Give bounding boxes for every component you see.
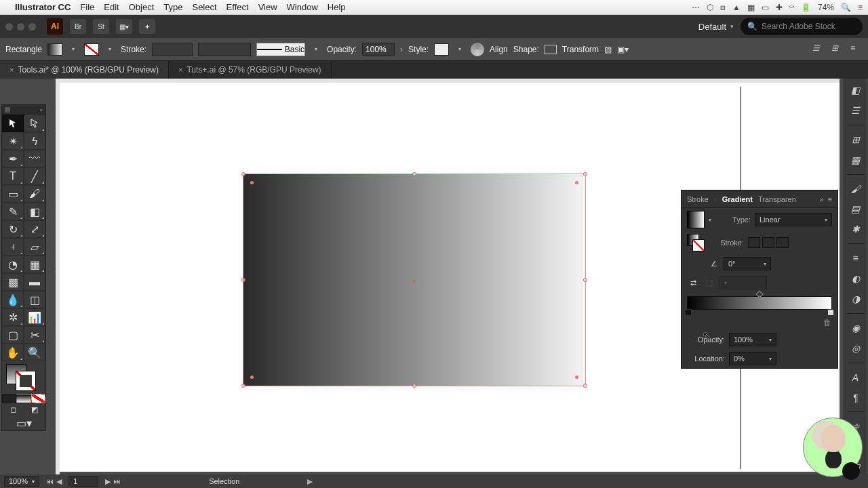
fill-dropdown[interactable]: ▾ — [68, 46, 79, 52]
perspective-tool[interactable]: ▦ — [24, 256, 45, 273]
resize-handle[interactable] — [412, 384, 416, 388]
transparency-icon[interactable]: ◑ — [848, 291, 863, 306]
gradient-angle-input[interactable]: 0° — [724, 257, 771, 270]
gradient-preview[interactable] — [687, 211, 705, 228]
dropbox-icon[interactable]: ⧈ — [720, 3, 726, 12]
symbol-sprayer-tool[interactable]: ✲ — [2, 308, 24, 326]
collapse-icon[interactable]: » — [819, 195, 823, 203]
align-to-icon[interactable]: ▣▾ — [617, 45, 629, 54]
shape-icon[interactable] — [545, 45, 557, 54]
align-label[interactable]: Align — [490, 45, 508, 54]
recolor-icon[interactable] — [471, 43, 484, 56]
type-tool[interactable]: T — [2, 167, 24, 185]
grid-icon[interactable]: ▦ — [747, 3, 755, 12]
scale-tool[interactable]: ⤢ — [24, 220, 45, 238]
graph-tool[interactable]: 📊 — [24, 308, 45, 326]
paragraph-icon[interactable]: ¶ — [848, 390, 863, 405]
search-stock-field[interactable]: 🔍 Search Adobe Stock — [741, 18, 863, 35]
symbols-icon[interactable]: ✱ — [848, 222, 863, 237]
character-icon[interactable]: A — [848, 370, 863, 385]
graphic-style-swatch[interactable] — [434, 43, 449, 56]
resize-handle[interactable] — [241, 384, 245, 388]
gradient-stop[interactable] — [827, 309, 834, 316]
stop-location-input[interactable]: 0% — [729, 352, 776, 365]
close-tab-icon[interactable]: × — [178, 66, 182, 74]
resize-handle[interactable] — [583, 384, 587, 388]
panel-menu-icon[interactable]: ≡ — [828, 195, 832, 203]
rotate-tool[interactable]: ↻ — [2, 220, 24, 238]
pen-tool[interactable]: ✒ — [2, 150, 24, 167]
hand-tool[interactable]: ✋ — [2, 344, 24, 361]
free-transform-tool[interactable]: ▱ — [24, 238, 45, 256]
eraser-tool[interactable]: ◧ — [24, 203, 45, 220]
shaper-tool[interactable]: ✎ — [2, 203, 24, 220]
swatches-icon[interactable]: ▤ — [848, 201, 863, 216]
appearance-icon[interactable]: ◉ — [848, 321, 863, 336]
variable-width-input[interactable] — [198, 43, 251, 56]
resize-handle[interactable] — [583, 172, 587, 176]
menu-effect[interactable]: Effect — [226, 2, 249, 12]
menu-hamburger-icon[interactable]: ≡ — [858, 3, 863, 12]
artboard-tool[interactable]: ▢ — [2, 326, 24, 344]
stop-opacity-input[interactable]: 100% — [729, 333, 776, 346]
next-artboard-icon[interactable]: ▶ — [105, 477, 111, 486]
grid-icon[interactable]: ⊞ — [831, 43, 844, 56]
stroke-gradient-options[interactable] — [748, 237, 789, 248]
paintbrush-tool[interactable]: 🖌 — [24, 185, 45, 203]
spotlight-icon[interactable]: 🔍 — [841, 3, 851, 12]
gpu-button[interactable]: ✦ — [139, 19, 155, 34]
plus-icon[interactable]: ✚ — [776, 3, 783, 12]
zoom-tool[interactable]: 🔍 — [24, 344, 45, 361]
menu-file[interactable]: File — [80, 2, 94, 12]
draw-normal-icon[interactable]: ◻ — [2, 403, 24, 415]
workspace-switcher[interactable]: Default — [698, 22, 734, 32]
zoom-level-select[interactable]: 100% ▾ — [4, 476, 39, 487]
transform-label[interactable]: Transform — [562, 45, 599, 54]
list-icon[interactable]: ☰ — [812, 43, 825, 56]
window-controls[interactable] — [5, 23, 36, 30]
menu-window[interactable]: Window — [287, 2, 318, 12]
line-tool[interactable]: ╱ — [24, 167, 45, 185]
properties-icon[interactable]: ◧ — [848, 83, 863, 98]
menu-extra-icon[interactable]: ⋯ — [692, 3, 700, 12]
stroke-weight-input[interactable] — [152, 43, 193, 56]
corner-widget[interactable] — [575, 375, 578, 379]
magic-wand-tool[interactable]: ✴ — [2, 132, 24, 150]
gradient-type-select[interactable]: Linear — [755, 213, 832, 226]
chevron-right-icon[interactable]: › — [400, 45, 403, 54]
gradient-stop[interactable] — [685, 309, 692, 316]
gradient-slider[interactable] — [687, 296, 832, 310]
opacity-input[interactable]: 100% — [362, 43, 395, 56]
gradient-fill-stroke-toggle[interactable] — [687, 234, 705, 251]
resize-handle[interactable] — [241, 278, 245, 282]
menu-object[interactable]: Object — [129, 2, 155, 12]
resize-handle[interactable] — [412, 172, 416, 176]
width-tool[interactable]: ⫞ — [2, 238, 24, 256]
last-artboard-icon[interactable]: ⏭ — [113, 477, 121, 486]
direct-selection-tool[interactable] — [24, 115, 45, 132]
resize-handle[interactable] — [583, 278, 587, 282]
corner-widget[interactable] — [250, 181, 254, 184]
eyedropper-tool[interactable]: 💧 — [2, 291, 24, 308]
delete-stop-icon[interactable]: 🗑 — [823, 318, 832, 327]
menu-view[interactable]: View — [258, 2, 277, 12]
lasso-tool[interactable]: ϟ — [24, 132, 45, 150]
prev-artboard-icon[interactable]: ◀ — [56, 477, 62, 486]
stock-button[interactable]: St — [93, 19, 109, 34]
asset-export-icon[interactable]: ▦ — [848, 152, 863, 167]
corner-widget[interactable] — [575, 181, 578, 184]
battery-icon[interactable]: 🔋 — [801, 3, 811, 12]
selected-rectangle[interactable]: × — [243, 174, 586, 386]
menu-extra-icon[interactable]: ⬡ — [707, 3, 713, 12]
panel-grip[interactable]: « — [2, 105, 45, 115]
brushes-icon[interactable]: 🖌 — [848, 182, 863, 197]
stroke-box[interactable] — [16, 371, 36, 391]
document-tab[interactable]: ×Tuts+.ai @ 57% (RGB/GPU Preview) — [169, 61, 332, 79]
resize-handle[interactable] — [241, 172, 245, 176]
app-name[interactable]: Illustrator CC — [15, 2, 71, 12]
tab-transparency[interactable]: Transparen — [758, 195, 796, 203]
panel-menu-icon[interactable]: ≡ — [850, 43, 863, 56]
blend-tool[interactable]: ◫ — [24, 291, 45, 308]
draw-behind-icon[interactable]: ◩ — [24, 403, 45, 415]
wifi-icon[interactable]: ⌔ — [789, 3, 794, 12]
